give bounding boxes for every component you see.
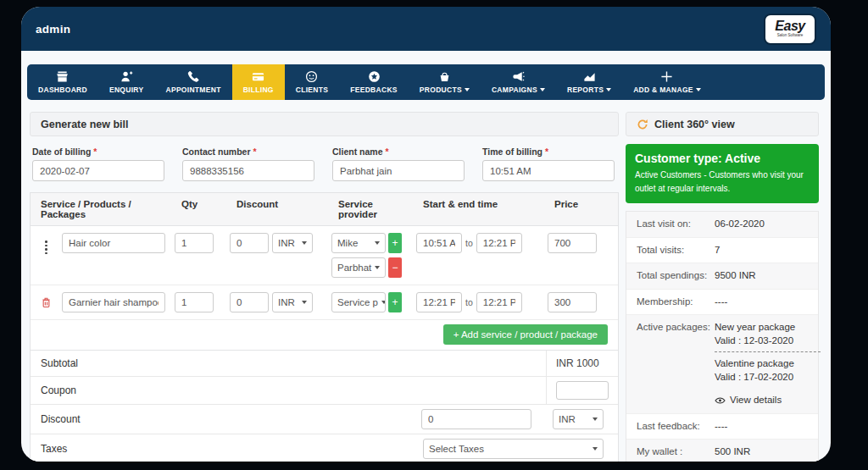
client-360-title: Client 360° view (654, 119, 735, 130)
subtotal-label: Subtotal (31, 351, 546, 376)
add-provider-button[interactable]: + (388, 233, 402, 253)
client-name-input[interactable] (332, 160, 465, 181)
chevron-down-icon (593, 417, 598, 421)
bill-fields: Date of billing * Contact number * Clien… (32, 147, 616, 181)
info-row-total-visits: Total visits:7 (626, 238, 818, 264)
eye-icon (715, 397, 726, 404)
service-provider-select[interactable]: Mike (331, 233, 386, 253)
info-row-active-packages: Active packages: New year package Valid … (626, 315, 818, 414)
credit-card-icon (252, 71, 264, 83)
coupon-input[interactable] (556, 381, 609, 400)
phone-icon (187, 71, 200, 83)
taxes-row: Taxes Select Taxes (31, 434, 618, 462)
nav-item-appointment[interactable]: APPOINTMENT (154, 64, 231, 100)
col-service-header: Service / Products / Packages (31, 193, 175, 225)
chevron-down-icon (606, 88, 611, 91)
col-price-header: Price (548, 193, 618, 225)
qty-input[interactable] (175, 233, 214, 253)
discount-total-currency-select[interactable]: INR (553, 409, 604, 429)
contact-number-label: Contact number * (182, 147, 314, 157)
subtotal-value: INR 1000 (556, 357, 599, 369)
qty-input[interactable] (175, 292, 214, 312)
client-name-label: Client name * (332, 147, 465, 157)
service-provider-select[interactable]: Parbhat (331, 257, 386, 278)
plus-icon (660, 71, 673, 83)
time-of-billing-input[interactable] (482, 160, 615, 181)
discount-input[interactable] (230, 292, 269, 312)
chevron-down-icon (381, 301, 386, 304)
trash-icon (41, 296, 52, 308)
col-provider-header: Service provider (331, 193, 416, 225)
nav-item-reports[interactable]: REPORTS (556, 64, 622, 100)
price-input[interactable] (548, 292, 597, 312)
app-window: admin Easy Salon Software DASHBOARD ENQU… (21, 7, 831, 462)
client-info-card: Last visit on:06-02-2020 Total visits:7 … (626, 211, 819, 462)
main-nav: DASHBOARD ENQUIRY APPOINTMENT BILLING CL… (27, 64, 825, 100)
remove-provider-button[interactable]: − (388, 257, 402, 278)
package-name: Valentine package (715, 357, 821, 371)
info-row-last-feedback: Last feedback:---- (626, 414, 818, 440)
storefront-icon (56, 71, 69, 83)
discount-currency-select[interactable]: INR (272, 233, 313, 253)
info-row-last-visit: Last visit on:06-02-2020 (626, 212, 818, 238)
nav-item-clients[interactable]: CLIENTS (285, 64, 339, 100)
bill-items-panel: Service / Products / Packages Qty Discou… (30, 192, 619, 462)
end-time-input[interactable] (476, 292, 522, 312)
items-table-header: Service / Products / Packages Qty Discou… (31, 193, 618, 226)
add-provider-button[interactable]: + (388, 292, 402, 312)
client-360-sidebar: Client 360° view Customer type: Active A… (626, 112, 819, 462)
add-service-product-package-button[interactable]: + Add service / product / package (443, 324, 608, 345)
contact-number-input[interactable] (182, 160, 314, 181)
view-details-link[interactable]: View details (715, 394, 821, 407)
brand-logo-text: Easy (775, 19, 804, 33)
col-qty-header: Qty (175, 193, 230, 225)
start-time-input[interactable] (416, 292, 462, 312)
chevron-down-icon (593, 447, 598, 451)
nav-item-enquiry[interactable]: ENQUIRY (98, 64, 155, 100)
taxes-label: Taxes (31, 434, 423, 462)
megaphone-icon (512, 71, 525, 83)
top-bar: admin Easy Salon Software (21, 7, 831, 51)
taxes-select[interactable]: Select Taxes (423, 439, 604, 459)
date-of-billing-input[interactable] (32, 160, 164, 181)
to-label: to (465, 238, 473, 248)
service-product-input[interactable] (62, 233, 165, 253)
service-product-input[interactable] (62, 292, 165, 312)
service-provider-select[interactable]: Service p (331, 292, 386, 312)
coupon-label: Coupon (31, 377, 546, 404)
info-row-membership: Membership:---- (626, 290, 818, 316)
divider (715, 351, 821, 352)
col-time-header: Start & end time (416, 193, 548, 225)
nav-item-feedbacks[interactable]: FEEDBACKS (339, 64, 409, 100)
end-time-input[interactable] (476, 233, 522, 253)
chevron-down-icon (302, 241, 307, 245)
price-input[interactable] (548, 233, 597, 253)
discount-total-input[interactable] (421, 409, 531, 429)
nav-item-billing[interactable]: BILLING (232, 64, 285, 100)
discount-input[interactable] (230, 233, 269, 253)
chevron-down-icon (375, 241, 380, 245)
refresh-icon[interactable] (637, 119, 648, 130)
time-of-billing-label: Time of billing * (482, 147, 615, 157)
person-add-icon (120, 71, 133, 83)
nav-item-products[interactable]: PRODUCTS (409, 64, 481, 100)
start-time-input[interactable] (416, 233, 462, 253)
customer-type-title: Customer type: Active (635, 152, 810, 165)
discount-total-row: Discount INR (31, 405, 618, 434)
discount-currency-select[interactable]: INR (272, 292, 313, 312)
smiley-icon (305, 71, 318, 83)
nav-item-dashboard[interactable]: DASHBOARD (27, 64, 98, 100)
coupon-row: Coupon (31, 377, 618, 405)
brand-logo: Easy Salon Software (764, 14, 816, 45)
delete-row-button[interactable] (31, 292, 62, 308)
nav-item-campaigns[interactable]: CAMPAIGNS (481, 64, 556, 100)
drag-handle-icon[interactable] (43, 239, 49, 256)
date-of-billing-label: Date of billing * (32, 147, 164, 157)
chevron-down-icon (375, 266, 380, 269)
info-row-my-wallet: My wallet :500 INR (626, 440, 818, 462)
nav-item-add-manage[interactable]: ADD & MANAGE (622, 64, 712, 100)
customer-type-banner: Customer type: Active Active Customers -… (626, 144, 819, 203)
package-valid: Valid : 17-02-2020 (715, 371, 821, 384)
col-discount-header: Discount (230, 193, 331, 225)
subtotal-row: Subtotal INR 1000 (31, 351, 618, 377)
